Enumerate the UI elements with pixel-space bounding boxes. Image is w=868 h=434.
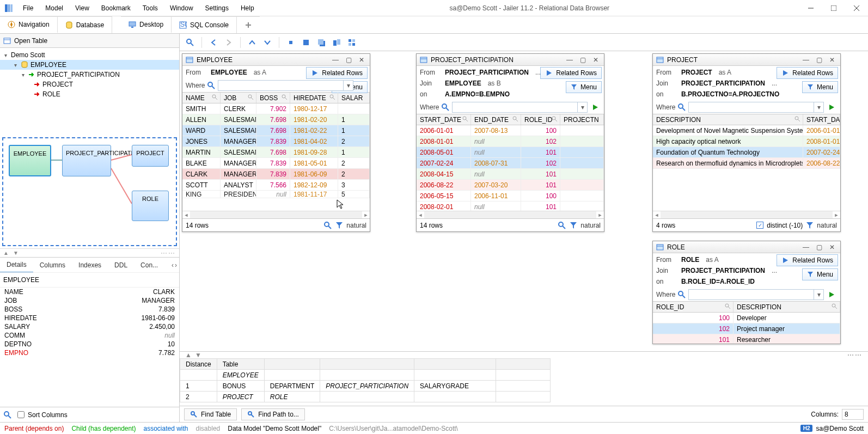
schema-node-role[interactable]: ROLE <box>132 191 169 221</box>
dropdown-icon[interactable]: ▾ <box>343 81 353 90</box>
win-maximize-icon[interactable]: ▢ <box>578 56 588 64</box>
win-close-icon[interactable]: ✕ <box>827 56 837 64</box>
layout-3-button[interactable] <box>315 36 327 48</box>
window-close-button[interactable] <box>845 0 868 16</box>
search-button[interactable] <box>184 36 196 48</box>
win-role-title[interactable]: ROLE — ▢ ✕ <box>653 241 840 253</box>
table-row[interactable]: WARDSALESMAN7.6981981-02-221 <box>182 125 370 136</box>
nav-back-button[interactable] <box>207 36 219 48</box>
win-minimize-icon[interactable]: — <box>801 56 811 64</box>
where-go-button[interactable] <box>826 102 837 113</box>
tree-root[interactable]: ▾ Demo Scott <box>0 50 179 60</box>
layout-2-button[interactable] <box>300 36 312 48</box>
search-icon[interactable] <box>724 303 732 310</box>
detail-tab-indexes[interactable]: Indexes <box>72 258 108 272</box>
win-close-icon[interactable]: ✕ <box>357 56 366 64</box>
win-pp-title[interactable]: PROJECT_PARTICIPATION — ▢ ✕ <box>417 54 604 66</box>
related-rows-button[interactable]: Related Rows <box>777 254 838 266</box>
related-rows-button[interactable]: Related Rows <box>306 67 368 79</box>
mode-label[interactable]: natural <box>580 222 601 229</box>
open-table-bar[interactable]: Open Table <box>0 34 179 48</box>
menu-bookmark[interactable]: Bookmark <box>96 2 136 14</box>
menu-button[interactable]: Menu <box>566 81 602 93</box>
search-icon[interactable] <box>441 103 450 112</box>
desktop-area[interactable]: EMPLOYEE — ▢ ✕ FromEMPLOYEEas A Related … <box>180 51 868 351</box>
table-row[interactable]: 2008-04-15null101 <box>417 169 604 180</box>
menu-settings[interactable]: Settings <box>200 2 234 14</box>
table-row[interactable]: EMPLOYEE <box>180 370 551 381</box>
table-row[interactable]: Research on thermofluid dynamics in Micr… <box>653 158 840 169</box>
where-input[interactable]: ▾ <box>688 289 824 300</box>
where-go-button[interactable] <box>590 102 601 113</box>
funnel-icon[interactable] <box>806 222 814 229</box>
funnel-icon[interactable] <box>570 222 577 229</box>
tab-sql-console[interactable]: SQL SQL Console <box>172 16 237 33</box>
search-icon[interactable] <box>794 115 802 123</box>
win-employee-title[interactable]: EMPLOYEE — ▢ ✕ <box>182 54 370 66</box>
grip-icon[interactable]: ⋯⋯ <box>847 351 863 359</box>
role-grid[interactable]: ROLE_ID DESCRIPTION 100Developer102Proje… <box>653 301 840 344</box>
search-icon[interactable] <box>247 94 255 101</box>
table-row[interactable]: 102Project manager <box>653 323 840 334</box>
search-icon[interactable] <box>3 411 12 419</box>
menu-button[interactable]: Menu <box>802 81 838 93</box>
tab-add[interactable] <box>237 16 260 33</box>
distinct-checkbox[interactable]: ✓ <box>756 222 763 229</box>
layout-4-button[interactable] <box>331 36 343 48</box>
mode-label[interactable]: natural <box>817 222 837 229</box>
table-row[interactable]: SMITHCLERK7.9021980-12-17 <box>182 103 370 114</box>
search-icon[interactable] <box>323 221 332 230</box>
tab-database[interactable]: Database <box>58 16 112 33</box>
nav-up-button[interactable] <box>246 36 258 48</box>
tree-twisty-icon[interactable]: ▾ <box>12 62 19 68</box>
menu-help[interactable]: Help <box>235 2 260 14</box>
grip-icon[interactable]: ⋯⋯ <box>161 249 176 257</box>
table-row[interactable]: SCOTTANALYST7.5661982-12-093 <box>182 180 370 191</box>
search-icon[interactable] <box>211 94 219 101</box>
win-maximize-icon[interactable]: ▢ <box>344 56 353 64</box>
search-icon[interactable] <box>677 103 686 112</box>
dropdown-icon[interactable]: ▾ <box>814 102 823 112</box>
table-row[interactable]: BLAKEMANAGER7.8391981-05-012 <box>182 158 370 169</box>
schema-map[interactable]: EMPLOYEE PROJECT_PARTICIPATION PROJECT R… <box>2 137 177 246</box>
detail-tab-constraints[interactable]: Con... <box>134 258 164 272</box>
table-row[interactable]: 1BONUSDEPARTMENTPROJECT_PARTICIPATIONSAL… <box>180 381 551 392</box>
menu-window[interactable]: Window <box>164 2 199 14</box>
table-row[interactable]: MARTINSALESMAN7.6981981-09-281 <box>182 147 370 158</box>
menu-model[interactable]: Model <box>40 2 69 14</box>
find-path-button[interactable]: Find Path to... <box>241 408 305 420</box>
related-rows-button[interactable]: Related Rows <box>777 67 838 79</box>
menu-button[interactable]: Menu <box>802 268 838 280</box>
funnel-icon[interactable] <box>335 222 343 229</box>
related-rows-button[interactable]: Related Rows <box>540 67 602 79</box>
detail-tab-ddl[interactable]: DDL <box>108 258 134 272</box>
win-minimize-icon[interactable]: — <box>331 56 340 64</box>
columns-input[interactable] <box>842 409 864 420</box>
table-row[interactable]: 2008-05-01null101 <box>417 147 604 158</box>
menu-tools[interactable]: Tools <box>137 2 163 14</box>
tree-twisty-icon[interactable]: ▾ <box>2 52 9 58</box>
table-row[interactable]: 100Developer <box>653 313 840 323</box>
table-row[interactable]: 2008-01-01null102 <box>417 136 604 147</box>
tree-item-pp[interactable]: ▾ PROJECT_PARTICIPATION <box>0 70 179 80</box>
dropdown-icon[interactable]: ▾ <box>577 102 587 112</box>
menu-view[interactable]: View <box>70 2 95 14</box>
where-input[interactable]: ▾ <box>452 102 588 113</box>
window-minimize-button[interactable] <box>799 0 822 16</box>
win-minimize-icon[interactable]: — <box>565 56 574 64</box>
win-pp[interactable]: PROJECT_PARTICIPATION — ▢ ✕ FromPROJECT_… <box>416 53 604 232</box>
col-distance[interactable]: Distance <box>180 359 217 370</box>
table-row[interactable]: 2PROJECTROLE <box>180 392 551 402</box>
window-maximize-button[interactable] <box>822 0 845 16</box>
up-arrow-icon[interactable]: ▲ <box>185 351 192 359</box>
table-row[interactable]: ALLENSALESMAN7.6981981-02-201 <box>182 114 370 125</box>
up-arrow-icon[interactable]: ▲ <box>3 250 9 256</box>
win-minimize-icon[interactable]: — <box>801 243 811 251</box>
detail-tab-columns[interactable]: Columns <box>33 258 72 272</box>
tabs-scroll-left-icon[interactable]: ‹ <box>172 261 174 269</box>
search-icon[interactable] <box>831 303 839 310</box>
detail-tab-details[interactable]: Details <box>0 258 33 273</box>
where-go-button[interactable] <box>826 289 837 300</box>
down-arrow-icon[interactable]: ▼ <box>195 351 201 359</box>
table-row[interactable]: 2006-08-222007-03-20101 <box>417 180 604 191</box>
